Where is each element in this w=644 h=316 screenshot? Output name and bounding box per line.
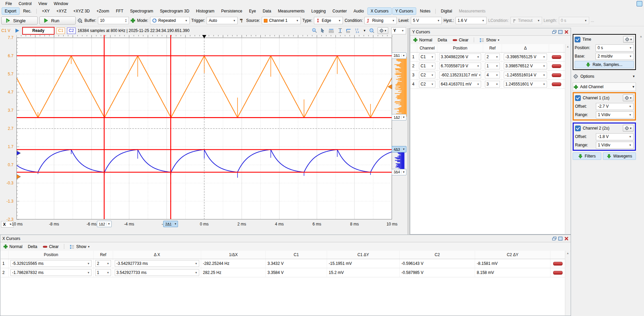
y-axis-mode-select[interactable]: Y ▼ <box>391 27 406 34</box>
lcondition-select[interactable]: Timeout ▼ <box>510 17 542 24</box>
tab-notes[interactable]: Notes <box>417 7 433 15</box>
pointer-cursor-icon[interactable] <box>320 28 325 33</box>
tab-audio[interactable]: Audio <box>351 7 367 15</box>
tab-persistence[interactable]: Persistence <box>218 7 245 15</box>
tab-digital[interactable]: Digital <box>438 7 455 15</box>
mode-select[interactable]: Repeated ▼ <box>150 17 190 24</box>
clear-cursors-button[interactable]: Clear <box>43 244 59 249</box>
tab-export[interactable]: Export <box>2 7 20 15</box>
x-cursors-scrollbar[interactable]: ▲ <box>565 251 570 315</box>
cursor-position-select[interactable]: 6.703558719 V▼ <box>439 63 481 69</box>
level-select[interactable]: 5 V ▼ <box>411 17 442 24</box>
edge-ruler-icon[interactable] <box>346 28 352 33</box>
scope-plot[interactable] <box>16 35 392 223</box>
remove-cursor-button[interactable] <box>552 55 561 59</box>
cursor-ref-select[interactable]: 4▼ <box>485 72 500 78</box>
tab-measurements[interactable]: Measurements <box>275 7 308 15</box>
rate-samples-button[interactable]: Rate, Samples... <box>575 61 634 68</box>
cursor-channel-select[interactable]: C1▼ <box>419 63 435 69</box>
vertical-ruler-icon[interactable] <box>337 28 343 33</box>
buffer-spinner[interactable]: 10 ▲▼ <box>98 17 129 24</box>
y-cursor-marker-button[interactable]: 1Δ2▼ <box>392 114 406 120</box>
run-button[interactable]: Run <box>39 16 76 25</box>
time-settings-gear-icon[interactable]: ▾ <box>623 36 634 43</box>
channel1-chip[interactable]: C1 <box>57 28 65 34</box>
cursor-position-select[interactable]: -5.329215565 ms▼ <box>10 260 92 267</box>
show-columns-button[interactable]: Show ▾ <box>479 38 499 42</box>
filters-button[interactable]: Filters <box>573 152 601 160</box>
more-options-label[interactable]: ... <box>591 18 594 23</box>
cursor-delta-select[interactable]: -3.3985765125 V▼ <box>504 54 547 60</box>
single-button[interactable]: 1 Single <box>1 16 38 25</box>
close-panel-icon[interactable] <box>564 237 569 241</box>
app-corner-icon[interactable] <box>637 1 642 6</box>
menu-control[interactable]: Control <box>15 1 35 7</box>
hysteresis-select[interactable]: 1.6 V ▼ <box>456 17 487 24</box>
float-panel-icon[interactable] <box>552 30 557 34</box>
tab-x-cursors[interactable]: X Cursors <box>367 7 391 15</box>
spinner-arrows-icon[interactable]: ▲▼ <box>125 19 127 23</box>
cursor-channel-select[interactable]: C1▼ <box>419 54 435 60</box>
close-panel-icon[interactable] <box>564 30 569 34</box>
time-checkbox[interactable] <box>575 37 580 42</box>
tab-y-cursors[interactable]: Y Cursors <box>392 7 416 15</box>
tab-spectrogram-3d[interactable]: Spectrogram 3D <box>157 7 192 15</box>
panel-splitter[interactable] <box>407 28 410 235</box>
channel1-settings-gear-icon[interactable]: ▾ <box>623 95 634 101</box>
channel2-settings-gear-icon[interactable]: ▾ <box>623 125 634 132</box>
tab-data[interactable]: Data <box>260 7 274 15</box>
menu-file[interactable]: File <box>2 1 15 7</box>
tab-spectrogram[interactable]: Spectrogram <box>127 7 156 15</box>
cursor-delta-select[interactable]: -1.2455516014 V▼ <box>504 72 547 78</box>
x-cursor-marker-button[interactable]: 1Δ2▼ <box>97 221 112 227</box>
remove-cursor-button[interactable] <box>552 82 561 86</box>
y-cursor-marker-button[interactable]: 3Δ4▼ <box>392 169 406 175</box>
clear-cursors-button[interactable]: Clear <box>453 38 469 42</box>
zoom-one-icon[interactable]: 1 <box>312 28 317 33</box>
tab--zoom[interactable]: +Zoom <box>94 7 112 15</box>
channels-1234-icon[interactable]: 1 23 4 <box>355 28 360 33</box>
add-delta-cursor-button[interactable]: Delta <box>438 38 447 42</box>
cursor-ref-select[interactable]: 3▼ <box>485 81 500 87</box>
tab--xy[interactable]: +XY <box>39 7 52 15</box>
options-row[interactable]: Options ▼ <box>573 72 636 80</box>
channel2-offset-select[interactable]: -1.8 V▼ <box>596 133 634 140</box>
remove-cursor-button[interactable] <box>553 271 563 275</box>
icons-caret[interactable]: ▼ <box>363 29 366 32</box>
trigger-select[interactable]: Auto ▼ <box>207 17 238 24</box>
cursor-ref-select[interactable]: 1▼ <box>95 269 111 276</box>
length-select[interactable]: 0 s ▼ <box>559 17 589 24</box>
tab-counter[interactable]: Counter <box>329 7 350 15</box>
cursor-channel-select[interactable]: C2▼ <box>419 72 435 78</box>
cursor-position-select[interactable]: -602.135231317 mV▼ <box>439 72 481 78</box>
tab-histogram[interactable]: Histogram <box>193 7 218 15</box>
tab-logging[interactable]: Logging <box>308 7 329 15</box>
type-select[interactable]: Edge ▼ <box>314 17 343 24</box>
channel1-range-select[interactable]: 1 V/div▼ <box>596 111 634 118</box>
add-normal-cursor-button[interactable]: Normal <box>413 38 432 42</box>
cursor-delta-select[interactable]: 3.398576512 V▼ <box>504 63 547 69</box>
add-acquisition-icon[interactable] <box>131 18 135 23</box>
cursor-ref-select[interactable]: 2▼ <box>95 260 111 267</box>
source-select[interactable]: Channel 1 ▼ <box>262 17 301 24</box>
y-cursors-scrollbar[interactable]: ▲ <box>565 44 570 234</box>
wavegens-button[interactable]: Wavegens <box>603 152 636 160</box>
sidebar-scrollbar[interactable]: ▲ <box>638 35 644 311</box>
cursor-dx-select[interactable]: -3.542927733 ms▼ <box>115 260 199 267</box>
add-delta-cursor-button[interactable]: Delta <box>28 244 37 249</box>
cursor-position-select[interactable]: -1.786287832 ms▼ <box>10 269 92 276</box>
channel2-chip[interactable]: C2 <box>67 28 75 34</box>
y-cursor-marker-button[interactable]: 2Δ1▼ <box>392 52 406 59</box>
channel2-range-select[interactable]: 1 V/div▼ <box>596 142 634 149</box>
horizontal-ruler-icon[interactable] <box>328 28 334 33</box>
tab-rec-[interactable]: Rec. <box>20 7 35 15</box>
tab-fft[interactable]: FFT <box>113 7 126 15</box>
time-base-select[interactable]: 2 ms/div▼ <box>596 53 634 60</box>
trigger-tool-icon[interactable] <box>239 18 244 23</box>
remove-cursor-button[interactable] <box>552 73 561 77</box>
cursor-position-select[interactable]: 3.304982206 V▼ <box>439 54 481 60</box>
tab--xyz-3d[interactable]: +XYZ 3D <box>70 7 93 15</box>
add-normal-cursor-button[interactable]: Normal <box>3 244 23 249</box>
remove-cursor-button[interactable] <box>553 262 563 266</box>
add-channel-button[interactable]: Add Channel ▼ <box>573 82 636 91</box>
